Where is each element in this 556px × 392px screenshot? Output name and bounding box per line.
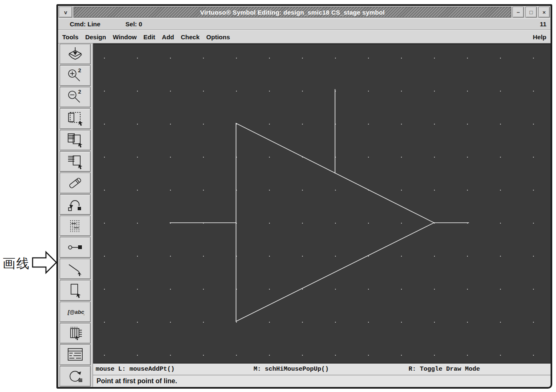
check-and-save-button[interactable] (60, 44, 91, 64)
line-button[interactable] (60, 259, 91, 279)
svg-text:2: 2 (78, 67, 81, 74)
symbol-canvas[interactable] (93, 43, 551, 363)
prompt-text: Point at first point of line. (96, 377, 177, 385)
menu-options[interactable]: Options (203, 32, 234, 42)
label-button[interactable]: [@abc] (60, 302, 91, 322)
mouse-bindings-bar: mouse L: mouseAddPt() M: schHiMousePopUp… (93, 363, 551, 375)
chevron-down-icon: v (64, 9, 67, 15)
zoom-out-icon: 2 (66, 89, 84, 105)
prompt-bar: Point at first point of line. (93, 375, 551, 387)
zoom-out-2x-button[interactable]: 2 (60, 87, 91, 107)
titlebar: v Virtuoso® Symbol Editing: design_smic1… (58, 6, 551, 18)
svg-text:2: 2 (78, 89, 81, 95)
line-icon (66, 260, 84, 277)
chip-instance-icon (66, 325, 84, 342)
label-icon: [@abc] (66, 303, 84, 320)
minimize-button[interactable]: − (513, 7, 524, 18)
zoom-in-icon: 2 (66, 67, 84, 84)
properties-button[interactable] (60, 344, 91, 365)
stipple-pattern-icon (66, 218, 84, 234)
undo-button[interactable] (60, 194, 91, 215)
svg-text:[@abc]: [@abc] (67, 309, 84, 315)
pin-button[interactable] (60, 237, 91, 257)
window-menu-button[interactable]: v (59, 7, 72, 18)
annotation-text: 画线 (3, 255, 30, 272)
symbol-drawing (94, 44, 551, 363)
mouse-left-binding: mouse L: mouseAddPt() (96, 366, 175, 373)
block-arrow-right-icon (32, 251, 58, 277)
command-status-bar: Cmd: Line Sel: 0 11 (58, 18, 551, 30)
close-button[interactable]: × (538, 7, 550, 18)
menubar: Tools Design Window Edit Add Check Optio… (58, 30, 551, 43)
window-number: 11 (540, 20, 546, 28)
stretch-icon (66, 110, 84, 127)
title-strip[interactable]: Virtuoso® Symbol Editing: design_smic18 … (74, 7, 511, 18)
menu-add[interactable]: Add (159, 32, 178, 42)
copy-button[interactable] (60, 130, 91, 150)
grid-layer (94, 44, 551, 363)
rectangle-button[interactable] (60, 280, 91, 300)
sel-indicator: Sel: 0 (125, 20, 142, 28)
menu-tools[interactable]: Tools (59, 32, 82, 42)
virtuoso-symbol-editor-window: v Virtuoso® Symbol Editing: design_smic1… (56, 4, 552, 389)
maximize-button[interactable]: □ (526, 7, 537, 18)
move-icon (66, 153, 84, 170)
maximize-icon: □ (530, 9, 533, 15)
check-and-save-icon (66, 46, 84, 63)
repeat-button[interactable] (60, 366, 91, 387)
eraser-icon (66, 175, 84, 191)
polygon-fill-button[interactable] (60, 216, 91, 236)
minimize-icon: − (517, 9, 520, 15)
mouse-middle-binding: M: schHiMousePopUp() (254, 366, 329, 373)
menu-check[interactable]: Check (178, 32, 203, 42)
instance-button[interactable] (60, 323, 91, 344)
close-icon: × (543, 9, 546, 15)
property-form-icon (66, 346, 84, 363)
undo-arrow-icon (66, 196, 84, 213)
rectangle-icon (66, 282, 84, 299)
mouse-right-binding: R: Toggle Draw Mode (409, 366, 480, 373)
pin-icon (66, 239, 84, 256)
menu-edit[interactable]: Edit (140, 32, 158, 42)
external-annotation: 画线 (3, 251, 58, 277)
copy-icon (66, 132, 84, 148)
menu-help[interactable]: Help (528, 32, 551, 42)
circular-arrow-icon (66, 368, 84, 384)
cmd-indicator: Cmd: Line (70, 20, 100, 28)
window-title: Virtuoso® Symbol Editing: design_smic18 … (200, 9, 385, 16)
window-content: 2 2 (58, 43, 551, 387)
zoom-in-2x-button[interactable]: 2 (60, 65, 91, 86)
menu-window[interactable]: Window (109, 32, 140, 42)
menu-design[interactable]: Design (82, 32, 109, 42)
stretch-button[interactable] (60, 108, 91, 129)
tool-palette: 2 2 (58, 43, 93, 387)
move-button[interactable] (60, 151, 91, 172)
delete-button[interactable] (60, 173, 91, 193)
editor-main: mouse L: mouseAddPt() M: schHiMousePopUp… (93, 43, 551, 387)
